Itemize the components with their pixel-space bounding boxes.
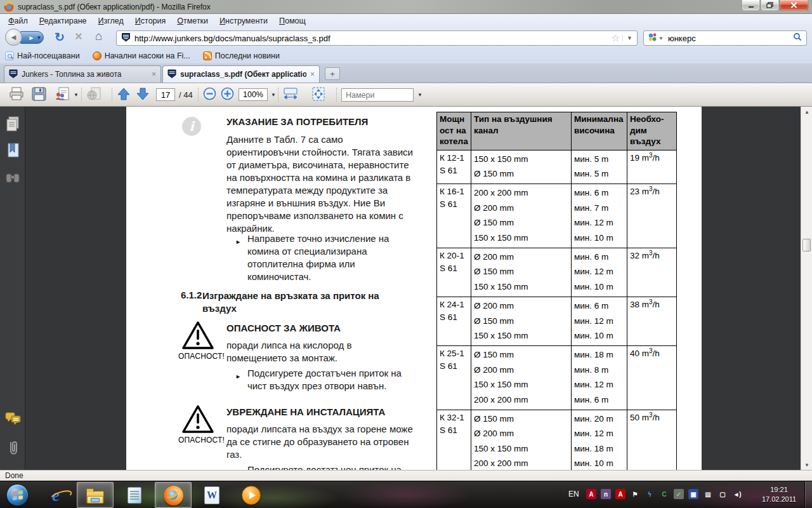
tab-junkers-home[interactable]: Junkers - Топлина за живота × xyxy=(4,65,161,83)
next-page-button[interactable] xyxy=(136,87,150,101)
language-indicator[interactable]: EN xyxy=(568,490,579,498)
scroll-up-icon[interactable]: ▲ xyxy=(801,107,812,117)
section-number: 6.1.2 xyxy=(181,290,202,300)
windows-flag-icon xyxy=(13,490,23,500)
lightning-tray-icon[interactable]: ϟ xyxy=(645,489,655,499)
forward-button[interactable]: ►▼ xyxy=(20,31,44,44)
toolbar-separator xyxy=(198,88,199,102)
stop-button[interactable]: × xyxy=(75,29,82,44)
volume-tray-icon[interactable]: ◄) xyxy=(732,489,742,499)
find-box[interactable] xyxy=(341,88,414,102)
note-body: Данните в Табл. 7 са само ориентировъчни… xyxy=(226,133,417,235)
network-tray-icon[interactable]: ▢ xyxy=(717,489,728,499)
minimize-icon xyxy=(748,3,754,8)
zoom-level-select[interactable]: 100% xyxy=(239,88,268,101)
fit-page-button[interactable] xyxy=(311,87,326,101)
menu-item-view[interactable]: Изглед xyxy=(93,15,129,27)
home-button[interactable]: ⌂ xyxy=(95,29,102,43)
adobe-a-tray-icon[interactable]: A xyxy=(615,489,625,499)
find-input[interactable] xyxy=(342,91,413,100)
clipboard-tray-icon[interactable]: ▤ xyxy=(703,489,713,499)
fit-width-button[interactable] xyxy=(283,87,298,101)
save-button[interactable] xyxy=(32,87,46,101)
required-air-cell: 23 m3/h xyxy=(627,184,677,248)
back-button[interactable]: ◄ xyxy=(5,29,22,46)
restore-button[interactable] xyxy=(761,0,779,11)
menu-item-tools[interactable]: Инструменти xyxy=(214,15,273,27)
share-document-button[interactable] xyxy=(86,87,103,101)
zoom-dropdown-icon[interactable]: ▼ xyxy=(271,92,276,98)
menu-item-history[interactable]: История xyxy=(129,15,171,27)
zoom-in-button[interactable] xyxy=(221,87,234,100)
tab-close-icon[interactable]: × xyxy=(152,70,156,79)
print-button[interactable] xyxy=(9,87,24,101)
tab-supraclass-pdf[interactable]: supraclass_s.pdf (Обект applicatio... × xyxy=(162,65,320,83)
page-number-input[interactable] xyxy=(156,88,175,101)
firefox-app-icon xyxy=(4,2,14,15)
menu-item-bookmarks[interactable]: Отметки xyxy=(171,15,214,27)
attachments-panel-paperclip-icon[interactable] xyxy=(5,439,20,460)
bookmark-star-icon[interactable]: ☆ xyxy=(612,32,620,44)
urlbar-dropdown-icon[interactable]: ▼ xyxy=(622,35,632,41)
search-engine-dropdown-icon[interactable]: ▼ xyxy=(658,36,664,41)
minimize-button[interactable] xyxy=(742,0,760,11)
firefox-icon[interactable] xyxy=(163,485,183,505)
previous-page-button[interactable] xyxy=(117,87,131,101)
bookmark-latest-news[interactable]: Последни новини xyxy=(203,51,280,60)
action-center-flag-icon[interactable]: ⚑ xyxy=(630,489,640,499)
menu-item-file[interactable]: Файл xyxy=(3,15,34,27)
zoom-out-button[interactable] xyxy=(203,87,216,100)
collaborate-button[interactable] xyxy=(55,87,71,101)
reload-button[interactable]: ↻ xyxy=(55,30,65,44)
adobe-reader-tray-icon[interactable]: A xyxy=(586,489,596,499)
close-button[interactable] xyxy=(780,0,808,11)
table-row: К 16-1S 61200 x 200 mmØ 200 mmØ 150 mm15… xyxy=(437,184,677,248)
menu-item-edit[interactable]: Редактиране xyxy=(34,15,93,27)
bookmarks-panel-icon[interactable] xyxy=(5,142,20,161)
media-player-icon[interactable] xyxy=(241,485,261,505)
taskbar-clock[interactable]: 19:21 17.02.2011 xyxy=(757,485,801,504)
usb-device-tray-icon[interactable]: ✓ xyxy=(674,489,684,499)
internet-explorer-icon[interactable]: e xyxy=(46,485,66,505)
bookmark-getting-started[interactable]: Начални насоки на Fi... xyxy=(93,51,190,60)
forward-dropdown-icon[interactable]: ▼ xyxy=(36,35,41,41)
address-bar[interactable]: ☆ ▼ xyxy=(116,30,638,46)
scroll-down-icon[interactable]: ▼ xyxy=(801,460,812,470)
required-air-cell: 40 m3/h xyxy=(627,346,677,410)
start-button[interactable] xyxy=(6,484,29,506)
comments-panel-icon[interactable] xyxy=(5,411,22,429)
green-c-tray-icon[interactable]: C xyxy=(659,489,669,499)
search-magnifier-icon[interactable] xyxy=(793,32,802,44)
google-engine-icon[interactable] xyxy=(648,32,657,44)
boiler-model-cell: К 25-1S 61 xyxy=(437,346,471,410)
windows-explorer-icon[interactable] xyxy=(85,485,105,505)
new-tab-button[interactable]: + xyxy=(325,67,340,80)
search-panel-binoculars-icon[interactable] xyxy=(5,170,20,188)
collaborate-dropdown-icon[interactable]: ▼ xyxy=(74,92,79,98)
min-height-cell: мин. 20 mмин. 12 mмин. 18 mмин. 10 m xyxy=(572,410,627,471)
bookmark-most-visited[interactable]: Най-посещавани xyxy=(5,51,80,60)
boiler-model-cell: К 16-1S 61 xyxy=(437,184,471,248)
notepad-icon[interactable] xyxy=(124,485,145,505)
find-dropdown-icon[interactable]: ▼ xyxy=(417,92,422,98)
pages-panel-icon[interactable] xyxy=(5,116,20,135)
url-input[interactable] xyxy=(134,34,612,43)
scrollbar-thumb[interactable] xyxy=(802,239,811,251)
rss-icon xyxy=(203,51,212,60)
bookmarks-toolbar: Най-посещавани Начални насоки на Fi... П… xyxy=(0,48,812,64)
tab-close-icon[interactable]: × xyxy=(310,70,315,79)
menu-item-help[interactable]: Помощ xyxy=(273,15,311,27)
word-icon[interactable]: W xyxy=(202,485,222,505)
purple-app-tray-icon[interactable]: n xyxy=(601,489,611,499)
blue-app-tray-icon[interactable]: ▣ xyxy=(688,489,698,499)
tab-strip: Junkers - Топлина за живота × supraclass… xyxy=(0,64,812,83)
pdf-scrollbar[interactable]: ▲ ▼ xyxy=(801,107,812,470)
min-height-cell: мин. 5 mмин. 5 m xyxy=(572,150,627,184)
search-input[interactable] xyxy=(668,34,793,43)
toolbar-separator xyxy=(278,88,278,102)
window-title: supraclass_s.pdf (Обект application/pdf)… xyxy=(18,3,211,11)
table-row: К 20-1S 61Ø 200 mmØ 150 mm150 x 150 mmми… xyxy=(437,248,677,297)
danger-triangle-icon xyxy=(181,320,215,353)
show-desktop-button[interactable] xyxy=(804,481,812,508)
search-bar[interactable]: ▼ xyxy=(643,30,807,46)
